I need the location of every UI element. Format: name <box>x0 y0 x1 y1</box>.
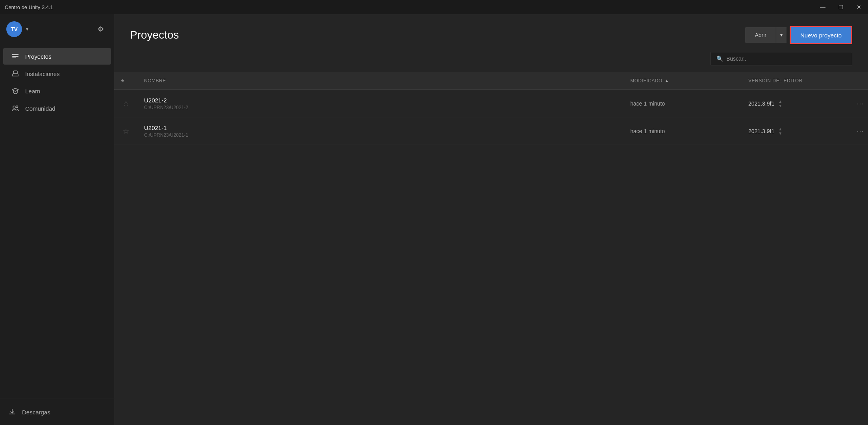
window-controls: — ☐ ✕ <box>814 0 868 14</box>
sidebar-item-learn[interactable]: Learn <box>3 83 111 99</box>
th-nombre-label: NOMBRE <box>144 78 166 84</box>
sidebar-item-proyectos[interactable]: Proyectos <box>3 48 111 65</box>
project-info-1: U2021-2 C:\UPRN23\U2021-2 <box>138 97 624 110</box>
sidebar-item-instalaciones[interactable]: Instalaciones <box>3 65 111 82</box>
version-text-1: 2021.3.9f1 <box>748 100 774 107</box>
modified-cell-1: hace 1 minuto <box>624 100 742 107</box>
sidebar-label-proyectos: Proyectos <box>25 53 52 60</box>
sidebar-label-learn: Learn <box>25 88 40 95</box>
descargas-icon <box>8 408 17 416</box>
more-menu-2[interactable]: ⋯ <box>852 127 868 135</box>
version-arrows-2[interactable]: ▲▼ <box>778 127 782 135</box>
project-info-2: U2021-1 C:\UPRN23\U2021-1 <box>138 124 624 138</box>
star-header-icon: ★ <box>120 78 125 84</box>
titlebar: Centro de Unity 3.4.1 — ☐ ✕ <box>0 0 868 14</box>
sidebar-label-comunidad: Comunidad <box>25 105 56 112</box>
svg-point-4 <box>13 106 15 108</box>
more-menu-1[interactable]: ⋯ <box>852 99 868 108</box>
minimize-button[interactable]: — <box>814 0 832 14</box>
search-icon: 🔍 <box>716 56 723 62</box>
settings-button[interactable]: ⚙ <box>94 22 108 36</box>
th-version: VERSIÓN DEL EDITOR <box>742 78 852 84</box>
svg-rect-3 <box>13 71 17 74</box>
star-cell-1[interactable]: ☆ <box>114 99 138 108</box>
version-arrows-1[interactable]: ▲▼ <box>778 99 782 108</box>
sidebar-label-instalaciones: Instalaciones <box>25 71 60 77</box>
close-button[interactable]: ✕ <box>850 0 868 14</box>
search-box: 🔍 <box>711 52 852 65</box>
th-star: ★ <box>114 78 138 84</box>
sidebar-label-descargas: Descargas <box>22 409 50 416</box>
svg-rect-2 <box>12 58 16 58</box>
sidebar: TV ▾ ⚙ Proyectos <box>0 14 114 425</box>
th-modificado[interactable]: MODIFICADO ▲ <box>624 78 742 84</box>
project-name-1: U2021-2 <box>144 97 618 104</box>
sidebar-item-comunidad[interactable]: Comunidad <box>3 100 111 117</box>
instalaciones-icon <box>11 69 20 78</box>
search-input[interactable] <box>726 56 846 62</box>
svg-rect-0 <box>12 54 19 55</box>
proyectos-icon <box>11 52 20 61</box>
sort-asc-icon: ▲ <box>665 78 669 83</box>
main-layout: TV ▾ ⚙ Proyectos <box>0 14 868 425</box>
th-modificado-label: MODIFICADO <box>630 78 663 84</box>
learn-icon <box>11 87 20 95</box>
sidebar-footer: Descargas <box>0 399 114 425</box>
maximize-button[interactable]: ☐ <box>832 0 850 14</box>
abrir-button[interactable]: Abrir <box>745 27 776 43</box>
svg-point-5 <box>16 106 18 108</box>
star-cell-2[interactable]: ☆ <box>114 127 138 135</box>
sidebar-item-descargas[interactable]: Descargas <box>8 404 106 420</box>
project-name-2: U2021-1 <box>144 124 618 131</box>
version-cell-2: 2021.3.9f1 ▲▼ <box>742 127 852 135</box>
sidebar-nav: Proyectos Instalaciones <box>0 44 114 399</box>
content-header: Proyectos Abrir ▾ Nuevo proyecto <box>114 14 868 52</box>
th-nombre: NOMBRE <box>138 78 624 84</box>
content-area: Proyectos Abrir ▾ Nuevo proyecto 🔍 ★ NOM… <box>114 14 868 425</box>
nuevo-proyecto-button[interactable]: Nuevo proyecto <box>790 26 852 44</box>
table-header: ★ NOMBRE MODIFICADO ▲ VERSIÓN DEL EDITOR <box>114 72 868 90</box>
version-text-2: 2021.3.9f1 <box>748 128 774 134</box>
projects-table: ★ NOMBRE MODIFICADO ▲ VERSIÓN DEL EDITOR… <box>114 72 868 425</box>
abrir-dropdown-button[interactable]: ▾ <box>776 27 787 43</box>
project-path-1: C:\UPRN23\U2021-2 <box>144 105 618 110</box>
table-row: ☆ U2021-1 C:\UPRN23\U2021-1 hace 1 minut… <box>114 117 868 145</box>
avatar[interactable]: TV <box>6 21 22 37</box>
comunidad-icon <box>11 104 20 113</box>
page-title: Proyectos <box>130 29 745 41</box>
search-container: 🔍 <box>114 52 868 72</box>
project-path-2: C:\UPRN23\U2021-1 <box>144 132 618 138</box>
modified-cell-2: hace 1 minuto <box>624 128 742 134</box>
sidebar-header: TV ▾ ⚙ <box>0 14 114 44</box>
version-cell-1: 2021.3.9f1 ▲▼ <box>742 99 852 108</box>
avatar-chevron-icon[interactable]: ▾ <box>26 26 28 32</box>
th-version-label: VERSIÓN DEL EDITOR <box>748 78 803 84</box>
table-row: ☆ U2021-2 C:\UPRN23\U2021-2 hace 1 minut… <box>114 90 868 117</box>
svg-rect-1 <box>12 56 19 57</box>
header-actions: Abrir ▾ Nuevo proyecto <box>745 26 852 44</box>
app-title: Centro de Unity 3.4.1 <box>5 4 53 10</box>
